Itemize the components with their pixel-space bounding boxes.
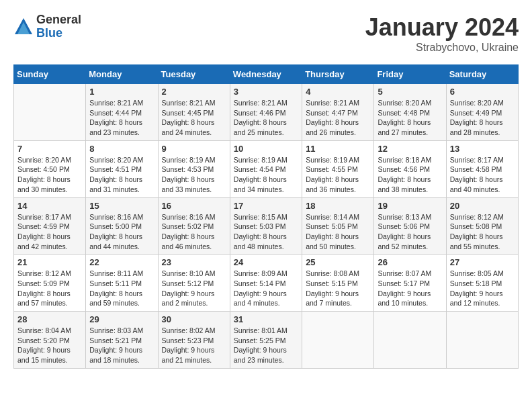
day-info: Sunrise: 8:17 AMSunset: 4:59 PMDaylight:… bbox=[17, 212, 82, 252]
day-cell: 8Sunrise: 8:20 AMSunset: 4:51 PMDaylight… bbox=[86, 140, 158, 197]
day-number: 30 bbox=[162, 314, 226, 324]
header-cell-wednesday: Wednesday bbox=[230, 65, 302, 84]
day-cell: 19Sunrise: 8:13 AMSunset: 5:06 PMDayligh… bbox=[374, 197, 446, 255]
header-cell-sunday: Sunday bbox=[14, 65, 86, 84]
day-info: Sunrise: 8:02 AMSunset: 5:23 PMDaylight:… bbox=[162, 326, 226, 365]
day-number: 16 bbox=[162, 201, 226, 211]
day-cell: 2Sunrise: 8:21 AMSunset: 4:45 PMDaylight… bbox=[158, 84, 230, 141]
day-cell: 22Sunrise: 8:11 AMSunset: 5:11 PMDayligh… bbox=[86, 255, 158, 312]
day-number: 19 bbox=[378, 201, 442, 211]
logo-icon bbox=[13, 17, 34, 37]
week-row-1: 7Sunrise: 8:20 AMSunset: 4:50 PMDaylight… bbox=[14, 140, 519, 197]
day-info: Sunrise: 8:07 AMSunset: 5:17 PMDaylight:… bbox=[378, 269, 442, 308]
calendar: SundayMondayTuesdayWednesdayThursdayFrid… bbox=[13, 64, 519, 369]
day-cell: 13Sunrise: 8:17 AMSunset: 4:58 PMDayligh… bbox=[446, 140, 518, 197]
logo-blue-text: Blue bbox=[36, 27, 81, 40]
day-number: 12 bbox=[378, 144, 442, 154]
day-info: Sunrise: 8:20 AMSunset: 4:49 PMDaylight:… bbox=[450, 98, 515, 138]
day-info: Sunrise: 8:10 AMSunset: 5:12 PMDaylight:… bbox=[162, 269, 226, 308]
day-info: Sunrise: 8:21 AMSunset: 4:46 PMDaylight:… bbox=[234, 98, 298, 138]
calendar-header: SundayMondayTuesdayWednesdayThursdayFrid… bbox=[14, 65, 519, 84]
day-info: Sunrise: 8:12 AMSunset: 5:08 PMDaylight:… bbox=[450, 212, 515, 252]
day-cell: 7Sunrise: 8:20 AMSunset: 4:50 PMDaylight… bbox=[14, 140, 86, 197]
week-row-4: 28Sunrise: 8:04 AMSunset: 5:20 PMDayligh… bbox=[14, 312, 519, 369]
day-number: 31 bbox=[234, 314, 298, 324]
week-row-3: 21Sunrise: 8:12 AMSunset: 5:09 PMDayligh… bbox=[14, 255, 519, 312]
day-cell: 4Sunrise: 8:21 AMSunset: 4:47 PMDaylight… bbox=[302, 84, 374, 141]
day-number: 4 bbox=[306, 87, 370, 97]
day-info: Sunrise: 8:17 AMSunset: 4:58 PMDaylight:… bbox=[450, 155, 515, 195]
header-cell-tuesday: Tuesday bbox=[158, 65, 230, 84]
title-area: January 2024 Strabychovo, Ukraine bbox=[365, 13, 519, 54]
day-info: Sunrise: 8:21 AMSunset: 4:47 PMDaylight:… bbox=[306, 98, 370, 138]
logo-general-text: General bbox=[36, 13, 81, 27]
day-cell: 21Sunrise: 8:12 AMSunset: 5:09 PMDayligh… bbox=[14, 255, 86, 312]
day-number: 27 bbox=[450, 257, 515, 267]
day-cell: 5Sunrise: 8:20 AMSunset: 4:48 PMDaylight… bbox=[374, 84, 446, 141]
day-number: 18 bbox=[306, 201, 370, 211]
day-cell: 17Sunrise: 8:15 AMSunset: 5:03 PMDayligh… bbox=[230, 197, 302, 255]
day-number: 21 bbox=[17, 257, 82, 267]
day-info: Sunrise: 8:01 AMSunset: 5:25 PMDaylight:… bbox=[234, 326, 298, 365]
header: General Blue January 2024 Strabychovo, U… bbox=[13, 13, 519, 54]
day-cell: 14Sunrise: 8:17 AMSunset: 4:59 PMDayligh… bbox=[14, 197, 86, 255]
day-number: 1 bbox=[89, 87, 154, 97]
day-info: Sunrise: 8:20 AMSunset: 4:51 PMDaylight:… bbox=[89, 155, 154, 195]
day-info: Sunrise: 8:16 AMSunset: 5:00 PMDaylight:… bbox=[89, 212, 154, 252]
day-number: 2 bbox=[162, 87, 226, 97]
day-info: Sunrise: 8:20 AMSunset: 4:48 PMDaylight:… bbox=[378, 98, 442, 138]
day-info: Sunrise: 8:05 AMSunset: 5:18 PMDaylight:… bbox=[450, 269, 515, 308]
day-number: 15 bbox=[89, 201, 154, 211]
day-number: 7 bbox=[17, 144, 82, 154]
day-info: Sunrise: 8:20 AMSunset: 4:50 PMDaylight:… bbox=[17, 155, 82, 195]
day-info: Sunrise: 8:14 AMSunset: 5:05 PMDaylight:… bbox=[306, 212, 370, 252]
day-info: Sunrise: 8:12 AMSunset: 5:09 PMDaylight:… bbox=[17, 269, 82, 308]
day-cell: 16Sunrise: 8:16 AMSunset: 5:02 PMDayligh… bbox=[158, 197, 230, 255]
day-info: Sunrise: 8:18 AMSunset: 4:56 PMDaylight:… bbox=[378, 155, 442, 195]
day-cell: 25Sunrise: 8:08 AMSunset: 5:15 PMDayligh… bbox=[302, 255, 374, 312]
day-cell bbox=[374, 312, 446, 369]
day-number: 29 bbox=[89, 314, 154, 324]
day-info: Sunrise: 8:09 AMSunset: 5:14 PMDaylight:… bbox=[234, 269, 298, 308]
day-number: 13 bbox=[450, 144, 515, 154]
day-info: Sunrise: 8:08 AMSunset: 5:15 PMDaylight:… bbox=[306, 269, 370, 308]
day-number: 3 bbox=[234, 87, 298, 97]
week-row-2: 14Sunrise: 8:17 AMSunset: 4:59 PMDayligh… bbox=[14, 197, 519, 255]
month-title: January 2024 bbox=[365, 13, 519, 42]
location-title: Strabychovo, Ukraine bbox=[365, 42, 519, 54]
logo: General Blue bbox=[13, 13, 81, 40]
day-cell: 15Sunrise: 8:16 AMSunset: 5:00 PMDayligh… bbox=[86, 197, 158, 255]
day-info: Sunrise: 8:21 AMSunset: 4:44 PMDaylight:… bbox=[89, 98, 154, 138]
day-number: 23 bbox=[162, 257, 226, 267]
day-cell: 23Sunrise: 8:10 AMSunset: 5:12 PMDayligh… bbox=[158, 255, 230, 312]
day-info: Sunrise: 8:19 AMSunset: 4:55 PMDaylight:… bbox=[306, 155, 370, 195]
header-cell-friday: Friday bbox=[374, 65, 446, 84]
header-row: SundayMondayTuesdayWednesdayThursdayFrid… bbox=[14, 65, 519, 84]
day-info: Sunrise: 8:19 AMSunset: 4:53 PMDaylight:… bbox=[162, 155, 226, 195]
day-number: 28 bbox=[17, 314, 82, 324]
day-cell: 9Sunrise: 8:19 AMSunset: 4:53 PMDaylight… bbox=[158, 140, 230, 197]
day-info: Sunrise: 8:03 AMSunset: 5:21 PMDaylight:… bbox=[89, 326, 154, 365]
day-cell: 30Sunrise: 8:02 AMSunset: 5:23 PMDayligh… bbox=[158, 312, 230, 369]
header-cell-thursday: Thursday bbox=[302, 65, 374, 84]
day-info: Sunrise: 8:04 AMSunset: 5:20 PMDaylight:… bbox=[17, 326, 82, 365]
day-cell bbox=[446, 312, 518, 369]
day-number: 14 bbox=[17, 201, 82, 211]
day-cell: 31Sunrise: 8:01 AMSunset: 5:25 PMDayligh… bbox=[230, 312, 302, 369]
day-cell: 12Sunrise: 8:18 AMSunset: 4:56 PMDayligh… bbox=[374, 140, 446, 197]
day-number: 10 bbox=[234, 144, 298, 154]
day-info: Sunrise: 8:19 AMSunset: 4:54 PMDaylight:… bbox=[234, 155, 298, 195]
day-info: Sunrise: 8:16 AMSunset: 5:02 PMDaylight:… bbox=[162, 212, 226, 252]
day-number: 5 bbox=[378, 87, 442, 97]
day-cell: 24Sunrise: 8:09 AMSunset: 5:14 PMDayligh… bbox=[230, 255, 302, 312]
day-cell: 11Sunrise: 8:19 AMSunset: 4:55 PMDayligh… bbox=[302, 140, 374, 197]
day-number: 6 bbox=[450, 87, 515, 97]
day-number: 17 bbox=[234, 201, 298, 211]
day-cell: 1Sunrise: 8:21 AMSunset: 4:44 PMDaylight… bbox=[86, 84, 158, 141]
day-cell bbox=[14, 84, 86, 141]
day-cell: 6Sunrise: 8:20 AMSunset: 4:49 PMDaylight… bbox=[446, 84, 518, 141]
day-cell: 28Sunrise: 8:04 AMSunset: 5:20 PMDayligh… bbox=[14, 312, 86, 369]
day-cell: 3Sunrise: 8:21 AMSunset: 4:46 PMDaylight… bbox=[230, 84, 302, 141]
day-number: 26 bbox=[378, 257, 442, 267]
day-cell: 29Sunrise: 8:03 AMSunset: 5:21 PMDayligh… bbox=[86, 312, 158, 369]
